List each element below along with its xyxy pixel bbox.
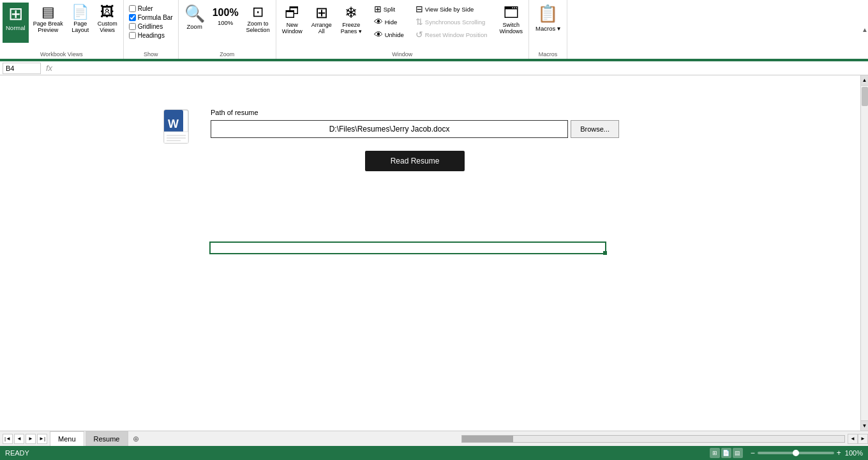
h-scroll-left[interactable]: ◄ [848,434,858,444]
hide-icon: 👁 [374,17,383,27]
page-break-preview-button[interactable]: ▤ Page BreakPreview [30,3,66,45]
normal-view-icon[interactable]: ⊞ [710,448,720,458]
zoom-out-button[interactable]: − [751,448,755,457]
ribbon-scroll-up[interactable]: ▲ [862,26,868,33]
horizontal-scrollbar[interactable] [461,435,845,443]
zoom-100-button[interactable]: 100% 100% [209,3,242,38]
tab-next-button[interactable]: ► [26,434,36,444]
add-tab-button[interactable]: ⊕ [130,431,142,446]
read-resume-container: Read Resume [211,151,619,171]
macros-group: 📋 Macros ▾ Macros [529,0,567,59]
normal-icon: ⊞ [8,5,23,23]
scroll-down-button[interactable]: ▼ [861,420,868,431]
gridlines-checkbox[interactable] [129,23,136,30]
scroll-track [861,86,868,420]
workbook-views-label: Workbook Views [0,51,123,57]
formula-bar: fx [0,61,868,75]
scroll-up-button[interactable]: ▲ [861,75,868,86]
tab-first-button[interactable]: |◄ [3,434,13,444]
page-break-icon: ▤ [41,5,55,19]
zoom-percentage: 100% [845,449,863,457]
zoom-selection-icon: ⊡ [252,5,264,19]
svg-text:W: W [168,118,179,130]
normal-button[interactable]: ⊞ Normal [3,3,29,43]
formula-input[interactable] [57,65,865,72]
switch-windows-icon: 🗔 [504,5,519,20]
arrange-all-button[interactable]: ⊞ ArrangeAll [308,3,335,46]
tab-resume[interactable]: Resume [86,431,128,446]
svg-rect-3 [164,132,188,143]
unhide-button[interactable]: 👁 Unhide [371,28,407,41]
view-side-icon: ⊟ [415,4,423,14]
new-window-icon: 🗗 [285,5,300,20]
browse-button[interactable]: Browse... [571,120,619,138]
show-checks: Ruler Formula Bar Gridlines Headings [126,3,176,42]
window-small-buttons: ⊞ Split 👁 Hide 👁 Unhide [371,3,407,41]
reset-position-button[interactable]: ↺ Reset Window Position [413,28,490,41]
macros-icon: 📋 [537,4,558,24]
path-label: Path of resume [211,109,258,116]
read-resume-button[interactable]: Read Resume [365,151,465,171]
custom-views-icon: 🖼 [100,5,114,19]
spreadsheet-area[interactable]: W Path of resume Browse... Read Resume [0,75,860,431]
ruler-check[interactable]: Ruler [129,5,173,12]
freeze-panes-icon: ❄ [345,5,357,20]
tab-menu[interactable]: Menu [50,431,84,447]
view-mode-icons: ⊞ 📄 ▤ [710,448,743,458]
zoom-button[interactable]: 🔍 Zoom [181,3,208,42]
arrange-all-icon: ⊞ [315,5,328,20]
path-row: Browse... [211,120,619,138]
ribbon: ⊞ Normal ▤ Page BreakPreview 📄 PageLayou… [0,0,868,61]
sync-scroll-icon: ⇅ [415,17,423,27]
right-scrollbar: ▲ ▼ [860,75,868,431]
page-layout-icon-status[interactable]: 📄 [721,448,731,458]
page-layout-button[interactable]: 📄 PageLayout [68,3,93,45]
status-left: READY [5,449,29,457]
zoom-selection-button[interactable]: ⊡ Zoom toSelection [243,3,273,45]
zoom-slider-thumb[interactable] [793,450,799,456]
workbook-views-group: ⊞ Normal ▤ Page BreakPreview 📄 PageLayou… [0,0,124,59]
split-icon: ⊞ [374,4,382,14]
switch-windows-button[interactable]: 🗔 SwitchWindows [497,3,527,46]
name-box[interactable] [3,63,41,74]
h-scroll-thumb[interactable] [462,436,513,442]
zoom-controls: − + 100% [751,448,863,457]
macros-button[interactable]: 📋 Macros ▾ [532,3,564,33]
page-break-icon-status[interactable]: ▤ [733,448,743,458]
window-group: 🗗 NewWindow ⊞ ArrangeAll ❄ FreezePanes ▾… [276,0,529,59]
tab-last-button[interactable]: ►| [37,434,47,444]
cell-fill-handle[interactable] [603,251,607,255]
tab-scroll-area: ◄ ► [459,431,868,446]
formula-bar-checkbox[interactable] [129,14,136,21]
unhide-icon: 👁 [374,29,383,40]
view-side-by-side-button[interactable]: ⊟ View Side by Side [413,3,490,15]
selected-cell[interactable] [209,241,606,254]
ready-status: READY [5,449,29,457]
new-window-button[interactable]: 🗗 NewWindow [279,3,306,46]
sheet-tab-nav: |◄ ◄ ► ►| [0,431,50,446]
zoom-in-button[interactable]: + [837,448,841,457]
headings-check[interactable]: Headings [129,32,173,39]
scroll-thumb[interactable] [862,87,868,106]
custom-views-button[interactable]: 🖼 CustomViews [94,3,121,45]
sync-scrolling-button[interactable]: ⇅ Synchronous Scrolling [413,15,490,28]
hide-button[interactable]: 👁 Hide [371,15,407,28]
ribbon-bar: ⊞ Normal ▤ Page BreakPreview 📄 PageLayou… [0,0,868,59]
h-scroll-right[interactable]: ► [858,434,868,444]
formula-bar-check[interactable]: Formula Bar [129,14,173,21]
gridlines-check[interactable]: Gridlines [129,23,173,30]
fx-label: fx [43,63,55,73]
zoom-label: Zoom [179,51,276,57]
show-label: Show [124,51,178,57]
split-button[interactable]: ⊞ Split [371,3,407,15]
macros-label: Macros [529,51,567,57]
zoom-slider[interactable] [758,452,834,454]
sheet-tab-bar: |◄ ◄ ► ►| Menu Resume ⊕ ◄ ► [0,431,868,446]
headings-checkbox[interactable] [129,32,136,39]
ruler-checkbox[interactable] [129,5,136,12]
status-bar: READY ⊞ 📄 ▤ − + 100% [0,446,868,460]
path-input[interactable] [211,120,568,138]
tab-prev-button[interactable]: ◄ [14,434,24,444]
zoom-icon: 🔍 [184,5,205,22]
freeze-panes-button[interactable]: ❄ FreezePanes ▾ [338,3,365,46]
